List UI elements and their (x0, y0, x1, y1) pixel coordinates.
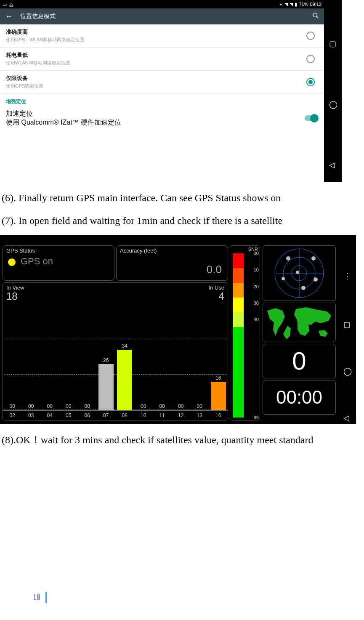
option-title: 耗电量低 (6, 51, 306, 59)
back-arrow-icon[interactable]: ← (5, 12, 13, 21)
snr-tick-label: 40 (254, 317, 259, 322)
location-mode-high-accuracy[interactable]: 准确度高 使用GPS、WLAN和移动网络确定位置 (0, 24, 324, 48)
option-subtitle: 使用GPS确定位置 (6, 83, 306, 89)
satellite-id-label: 02 (3, 411, 22, 420)
satellite-bar (211, 382, 226, 410)
svg-point-12 (282, 277, 285, 280)
accel-title: 加速定位 (6, 109, 305, 118)
battery-text: 71% (299, 2, 308, 7)
accelerated-location-row[interactable]: 加速定位 使用 Qualcomm® IZat™ 硬件加速定位 (0, 107, 324, 132)
gps-status-card: GPS Status GPS on (3, 245, 114, 281)
option-subtitle: 使用GPS、WLAN和移动网络确定位置 (6, 37, 306, 43)
in-use-value: 4 (219, 290, 224, 302)
bar-value-label: 26 (98, 357, 114, 363)
svg-point-9 (314, 277, 318, 282)
satellite-id-label: 05 (59, 411, 78, 420)
bar-value-label: 00 (41, 403, 58, 409)
accel-subtitle: 使用 Qualcomm® IZat™ 硬件加速定位 (6, 118, 305, 127)
satellite-id-label: 13 (190, 411, 209, 420)
accuracy-label: Accuracy (feet) (120, 247, 157, 254)
bar-value-label: 00 (154, 403, 170, 409)
bluetooth-icon: ∗ (279, 2, 283, 7)
svg-point-10 (301, 286, 306, 290)
gps-status-label: GPS Status (6, 247, 35, 254)
bar-value-label: 34 (116, 343, 133, 349)
in-view-value: 18 (6, 290, 18, 302)
step-6-text: (6). Finally return GPS main interface. … (2, 191, 362, 205)
app-bar-title: 位置信息模式 (20, 13, 56, 20)
option-title: 仅限设备 (6, 75, 306, 82)
bar-value-label: 00 (60, 403, 77, 409)
satellite-id-label: 03 (22, 411, 41, 420)
radio-selected-icon[interactable] (306, 78, 315, 86)
snr-legend: SNR 001020304099 (230, 245, 260, 420)
in-use-label: In Use (208, 285, 224, 291)
bar-value-label: 00 (135, 403, 152, 409)
step-7-text: (7). In open field and waiting for 1min … (2, 214, 362, 227)
elapsed-time-card: 00:00 (263, 380, 336, 415)
recent-apps-icon[interactable]: ▢ (329, 39, 337, 47)
option-subtitle: 使用WLAN和移动网络确定位置 (6, 60, 306, 66)
satellite-id-label: 07 (97, 411, 116, 420)
android-navbar: ⋮ ▢ ◯ ◁ (338, 235, 356, 424)
bar-value-label: 00 (79, 403, 96, 409)
world-map (263, 303, 336, 342)
snr-tick-label: 10 (254, 267, 259, 272)
bar-value-label: 16 (210, 375, 227, 381)
back-icon[interactable]: ◁ (329, 160, 337, 168)
bar-value-label: 00 (23, 403, 40, 409)
bar-value-label: 00 (191, 403, 208, 409)
battery-icon: ▮ (295, 2, 297, 7)
wifi-icon: ⧋ (9, 2, 13, 7)
radio-unselected-icon[interactable] (306, 55, 315, 63)
snr-tick-label: 00 (254, 251, 259, 256)
signal-icon: ◥ (284, 2, 288, 7)
snr-tick-label: 20 (254, 284, 259, 289)
option-title: 准确度高 (6, 28, 306, 36)
clock-text: 09:12 (310, 2, 321, 7)
menu-icon[interactable]: ⋮ (343, 271, 351, 281)
status-bar: ▭ ⧋ ∗ ◥ ◥ ▮ 71% 09:12 (0, 0, 324, 8)
sky-plot (263, 245, 336, 301)
svg-line-1 (316, 16, 318, 18)
recent-apps-icon[interactable]: ▢ (343, 320, 351, 327)
snr-tick-label: 30 (254, 301, 259, 306)
satellite-id-label: 10 (134, 411, 153, 420)
elapsed-time-value: 00:00 (276, 387, 322, 408)
location-mode-device-only[interactable]: 仅限设备 使用GPS确定位置 (0, 71, 324, 94)
screenshot-icon: ▭ (3, 2, 7, 7)
satellite-id-label: 11 (153, 411, 172, 420)
back-icon[interactable]: ◁ (343, 413, 351, 421)
toggle-on-icon[interactable] (305, 115, 317, 121)
home-icon[interactable]: ◯ (343, 367, 351, 374)
snr-tick-label: 99 (254, 415, 259, 420)
android-navbar: ▢ ◯ ◁ (324, 0, 342, 182)
satellite-id-label: 16 (209, 411, 228, 420)
bar-value-label: 00 (4, 403, 21, 409)
gps-test-screenshot: ⋮ ▢ ◯ ◁ GPS Status GPS on Accuracy (feet… (0, 235, 356, 424)
settings-screenshot: ▢ ◯ ◁ ▭ ⧋ ∗ ◥ ◥ ▮ 71% 09:12 ← (0, 0, 342, 182)
gps-status-text: GPS on (21, 256, 53, 267)
in-view-label: In View (6, 285, 24, 291)
location-mode-battery-saving[interactable]: 耗电量低 使用WLAN和移动网络确定位置 (0, 48, 324, 71)
counter-card: 0 (263, 344, 336, 378)
app-bar: ← 位置信息模式 (0, 8, 324, 24)
satellite-id-label: 08 (115, 411, 134, 420)
section-header: 增强定位 (0, 94, 324, 107)
signal-icon: ◥ (290, 2, 293, 7)
bar-value-label: 00 (173, 403, 189, 409)
search-icon[interactable] (312, 12, 319, 21)
satellite-id-label: 06 (78, 411, 97, 420)
svg-point-0 (313, 13, 317, 17)
accuracy-value: 0.0 (207, 263, 222, 276)
satellite-bar (117, 350, 132, 410)
page-number: 18 (33, 592, 47, 603)
counter-value: 0 (292, 346, 306, 375)
accuracy-card: Accuracy (feet) 0.0 (116, 245, 228, 281)
satellite-bar-chart: In View 18 In Use 4 00000000002634000000… (3, 282, 228, 420)
svg-point-7 (286, 256, 290, 261)
svg-point-11 (296, 271, 299, 274)
svg-point-8 (311, 256, 316, 261)
radio-unselected-icon[interactable] (306, 32, 315, 40)
home-icon[interactable]: ◯ (329, 100, 337, 107)
